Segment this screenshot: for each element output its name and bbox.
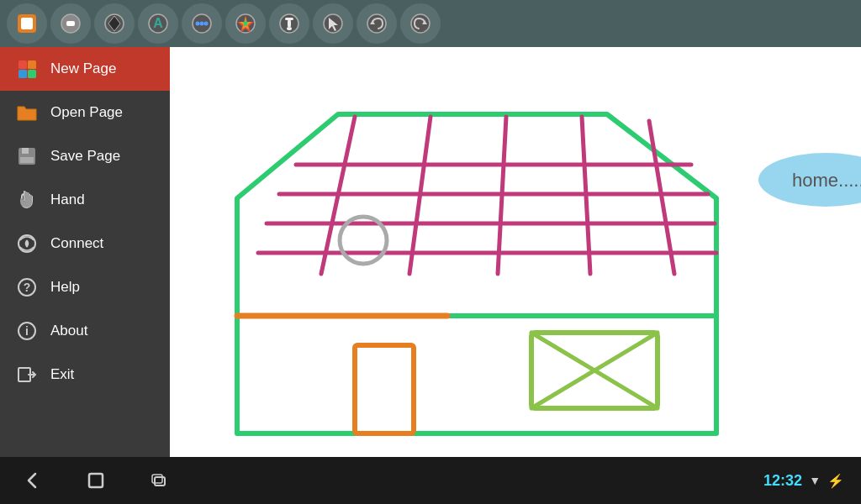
svg-rect-58 xyxy=(155,477,165,486)
toolbar: A xyxy=(0,0,861,47)
main-area: New Page Open Page Save Page xyxy=(0,47,861,457)
open-page-icon xyxy=(15,101,39,124)
svg-rect-27 xyxy=(28,60,36,69)
svg-rect-3 xyxy=(66,21,75,26)
system-bar: 12:32 ▼ ⚡ xyxy=(0,457,861,504)
svg-point-11 xyxy=(204,22,209,26)
text-tool-button[interactable]: A xyxy=(138,3,178,44)
brush-tool-button[interactable] xyxy=(269,3,309,44)
help-label: Help xyxy=(50,279,80,296)
sidebar-item-hand[interactable]: Hand xyxy=(0,178,170,222)
svg-text:A: A xyxy=(153,16,163,30)
eraser-tool-button[interactable] xyxy=(50,3,91,44)
drawing-canvas-area[interactable]: home...... xyxy=(170,47,861,457)
svg-rect-32 xyxy=(20,157,34,163)
svg-point-10 xyxy=(200,22,204,26)
sidebar-item-save-page[interactable]: Save Page xyxy=(0,134,170,178)
undo-tool-button[interactable] xyxy=(357,3,397,44)
battery-icon: ⚡ xyxy=(827,473,844,489)
pages-tool-button[interactable] xyxy=(7,3,47,44)
svg-rect-29 xyxy=(28,70,36,78)
sidebar-item-help[interactable]: ? Help xyxy=(0,265,170,309)
svg-rect-1 xyxy=(21,18,33,29)
recents-button[interactable] xyxy=(145,465,175,496)
sidebar-item-about[interactable]: i About xyxy=(0,309,170,353)
home-button[interactable] xyxy=(81,465,111,496)
svg-rect-28 xyxy=(18,70,27,78)
select-tool-button[interactable] xyxy=(313,3,353,44)
sidebar: New Page Open Page Save Page xyxy=(0,47,170,457)
sidebar-item-exit[interactable]: Exit xyxy=(0,353,170,396)
sidebar-item-new-page[interactable]: New Page xyxy=(0,47,170,91)
about-icon: i xyxy=(15,319,39,343)
color-tool-button[interactable] xyxy=(225,3,266,44)
save-page-label: Save Page xyxy=(50,148,120,165)
svg-text:home......: home...... xyxy=(792,170,861,191)
hand-icon xyxy=(15,188,39,212)
svg-text:?: ? xyxy=(24,281,31,294)
svg-rect-17 xyxy=(285,18,293,20)
svg-text:i: i xyxy=(25,324,29,338)
save-page-icon xyxy=(15,144,39,168)
svg-point-34 xyxy=(25,242,29,245)
connect-label: Connect xyxy=(50,235,103,252)
clock-display: 12:32 xyxy=(763,472,802,490)
svg-point-19 xyxy=(287,27,292,30)
connect-icon xyxy=(15,232,39,255)
svg-point-9 xyxy=(196,22,200,26)
svg-rect-18 xyxy=(288,20,291,27)
svg-rect-57 xyxy=(89,474,103,487)
system-status: 12:32 ▼ ⚡ xyxy=(763,472,844,490)
hand-label: Hand xyxy=(50,192,85,208)
sidebar-item-connect[interactable]: Connect xyxy=(0,222,170,265)
shape-tool-button[interactable] xyxy=(94,3,135,44)
svg-rect-59 xyxy=(152,475,162,483)
about-label: About xyxy=(50,323,87,339)
new-page-label: New Page xyxy=(50,60,116,77)
wifi-icon: ▼ xyxy=(809,474,821,487)
pen-tool-button[interactable] xyxy=(182,3,222,44)
open-page-label: Open Page xyxy=(50,104,123,121)
svg-rect-31 xyxy=(22,148,29,154)
svg-rect-26 xyxy=(18,60,27,69)
redo-tool-button[interactable] xyxy=(400,3,441,44)
sidebar-item-open-page[interactable]: Open Page xyxy=(0,91,170,134)
back-button[interactable] xyxy=(17,465,47,496)
exit-label: Exit xyxy=(50,366,74,383)
help-icon: ? xyxy=(15,276,39,299)
drawing-svg: home...... xyxy=(170,47,861,457)
new-page-icon xyxy=(15,57,39,81)
svg-rect-51 xyxy=(355,345,414,433)
exit-icon xyxy=(15,363,39,386)
